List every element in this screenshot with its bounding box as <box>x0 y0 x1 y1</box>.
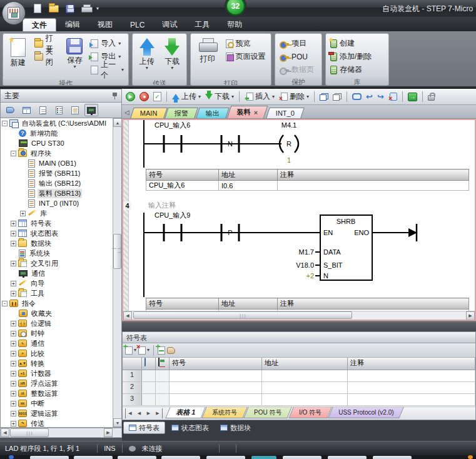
tab-alarm[interactable]: 报警 <box>165 108 198 118</box>
menu-help[interactable]: 帮助 <box>218 18 251 31</box>
protect-project-button[interactable]: 项目 <box>278 38 316 49</box>
tree-item-convert[interactable]: +▲▼转换 <box>1 358 121 368</box>
tree-toggle[interactable]: + <box>11 261 16 266</box>
tree-toggle[interactable]: + <box>20 211 26 216</box>
taskbar-notification[interactable] <box>468 455 473 459</box>
tree-item-library[interactable]: +库 <box>1 208 121 218</box>
tree-toggle[interactable]: + <box>11 401 16 406</box>
pin-icon[interactable] <box>112 93 118 99</box>
n-operand[interactable]: +2 <box>306 272 314 280</box>
panel-splitter[interactable] <box>122 321 476 331</box>
sheet-tab-io-symbols[interactable]: I/O 符号 <box>288 407 332 418</box>
contact-label[interactable]: CPU_输入6 <box>154 121 190 129</box>
tab-output[interactable]: 输出 <box>196 108 230 118</box>
tree-item-output-sbr12[interactable]: 输出 (SBR12) <box>1 178 121 188</box>
network-4-diagram[interactable]: 输入注释 CPU_输入9 P SHRB EN ENO M1.7 DATA <box>129 199 470 297</box>
view-report-button[interactable] <box>68 104 82 116</box>
upload-button[interactable]: 上传 ▾ <box>135 36 159 77</box>
scrollbar-thumb[interactable]: | | | <box>113 234 121 269</box>
tree-toggle[interactable]: + <box>11 391 16 396</box>
taskbar-item[interactable] <box>373 456 412 459</box>
taskbar-item[interactable] <box>9 455 14 459</box>
tree-item-cross-reference[interactable]: +交叉引用 <box>1 258 121 268</box>
sheet-tab-table1[interactable]: 表格 1 <box>165 407 205 418</box>
sheet-tab-pou-symbols[interactable]: POU 符号 <box>244 407 293 418</box>
tree-item-integer-math[interactable]: +±I整数运算 <box>1 388 121 398</box>
view-symbols-button[interactable] <box>3 104 17 116</box>
coil-operand[interactable]: 1 <box>287 156 291 164</box>
new-file-button[interactable] <box>31 3 43 14</box>
instruction-box-title[interactable]: SHRB <box>337 218 356 225</box>
previous-button[interactable]: 上一个▾ <box>89 64 126 76</box>
view-grid-button[interactable] <box>19 104 33 116</box>
tree-toggle[interactable]: + <box>11 361 16 366</box>
delete-row-button[interactable]: ▾ <box>138 346 149 355</box>
go-button[interactable]: → <box>407 92 418 102</box>
tree-item-cpu[interactable]: CPU ST30 <box>1 138 121 148</box>
address-cell[interactable] <box>262 394 348 406</box>
sheet-first-button[interactable]: ◀ <box>125 408 134 418</box>
preview-button[interactable]: 预览 <box>224 38 268 49</box>
sheet-last-button[interactable]: ▶ <box>153 408 163 418</box>
view-doc-button[interactable] <box>36 104 49 116</box>
panel-tab-data-block[interactable]: 数据块 <box>215 421 256 434</box>
tree-toggle[interactable]: + <box>11 291 16 296</box>
tree-toggle[interactable]: + <box>11 241 16 246</box>
sbit-operand[interactable]: V18.0 <box>296 261 314 269</box>
symbol-cell[interactable] <box>170 382 262 394</box>
open-file-button[interactable] <box>48 3 59 14</box>
comment-cell[interactable] <box>348 394 475 406</box>
ladder-horizontal-scrollbar[interactable]: ◀ | | | ▶ <box>123 311 475 320</box>
panel-tab-symbol-table[interactable]: 符号表 <box>123 421 165 434</box>
tree-toggle[interactable]: + <box>11 421 16 426</box>
tab-load-active[interactable]: 装料× <box>227 106 268 118</box>
tab-main[interactable]: MAIN <box>130 108 167 118</box>
app-menu-button[interactable] <box>2 1 26 25</box>
stop-button[interactable] <box>138 91 150 102</box>
tree-toggle[interactable]: + <box>11 221 16 226</box>
scroll-left-button[interactable]: ◀ <box>1 428 9 437</box>
tree-toggle[interactable]: + <box>11 231 16 236</box>
save-big-button[interactable]: 保存 ▾ <box>63 36 88 77</box>
ladder-editor[interactable]: 4 CPU_输入6 N R M4.1 1 符号 地址 <box>122 119 476 321</box>
tree-item-int0[interactable]: INT_0 (INT0) <box>1 198 121 208</box>
tile-windows-button[interactable] <box>332 93 343 101</box>
tree-toggle[interactable]: - <box>2 301 8 306</box>
insert-table-button[interactable] <box>158 346 165 355</box>
insert-network-button[interactable]: 插入▾ <box>243 91 276 103</box>
upload-toolbar-button[interactable]: 上传▾ <box>171 91 202 103</box>
tree-item-communication[interactable]: 通信 <box>1 268 121 278</box>
grid-header-symbol[interactable]: 符号 <box>170 358 262 370</box>
tree-toggle[interactable]: + <box>11 371 16 376</box>
view-list-button[interactable] <box>52 104 66 116</box>
contact-label[interactable]: CPU_输入9 <box>154 211 190 219</box>
taskbar-item[interactable] <box>118 456 156 459</box>
taskbar-item[interactable] <box>161 456 200 459</box>
scrollbar-thumb[interactable]: | | | <box>10 428 49 437</box>
tree-item-counter[interactable]: ++1计数器 <box>1 368 121 378</box>
cascade-windows-button[interactable] <box>318 93 330 101</box>
tree-item-alarm-sbr11[interactable]: 报警 (SBR11) <box>1 168 121 178</box>
tree-item-symbol-table[interactable]: +符号表 <box>1 218 121 228</box>
grid-row[interactable]: 3 <box>123 394 475 406</box>
tree-item-data-block[interactable]: +数据块 <box>1 238 121 248</box>
tree-item-favorites[interactable]: 收藏夹 <box>1 308 121 318</box>
tree-item-wizard[interactable]: +向导 <box>1 278 121 288</box>
tree-item-tools[interactable]: +工具 <box>1 288 121 298</box>
tree-item-comm-instr[interactable]: +ϟ通信 <box>1 338 121 348</box>
tree-vertical-scrollbar[interactable]: ▲ | | | ▼ <box>113 118 121 427</box>
address-cell[interactable] <box>262 382 348 394</box>
tree-item-move[interactable]: +↷传送 <box>1 418 121 428</box>
run-button[interactable]: ▶ <box>124 91 136 102</box>
tree-item-compare[interactable]: +>比较 <box>1 348 121 358</box>
tree-item-float-math[interactable]: +±R浮点运算 <box>1 378 121 388</box>
sheet-tab-uss-protocol[interactable]: USS Protocol (v2.0) <box>328 407 404 418</box>
network-comment[interactable]: 输入注释 <box>148 201 176 209</box>
tree-toggle[interactable]: + <box>11 331 16 336</box>
taskbar-item[interactable] <box>206 456 245 459</box>
taskbar-item[interactable] <box>30 456 69 459</box>
tab-close-icon[interactable]: × <box>254 109 258 116</box>
scroll-right-button[interactable]: ▶ <box>104 428 113 437</box>
tree-horizontal-scrollbar[interactable]: ◀ | | | ▶ <box>0 428 122 438</box>
grid-header-address[interactable]: 地址 <box>262 358 348 370</box>
